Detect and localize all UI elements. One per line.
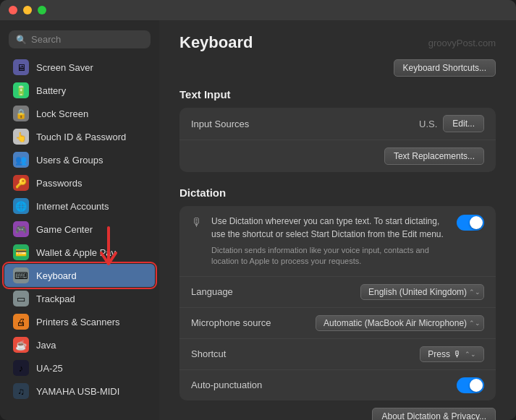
trackpad-icon: ▭: [13, 291, 29, 307]
keyboard-icon: ⌨: [13, 267, 29, 283]
sidebar-label-users-groups: Users & Groups: [36, 155, 103, 166]
dictation-toggle[interactable]: [457, 215, 484, 231]
shortcut-row: Shortcut Press 🎙 ⌃⌄: [179, 339, 496, 370]
sidebar-label-screen-saver: Screen Saver: [36, 62, 93, 73]
autopunct-label: Auto-punctuation: [191, 380, 457, 390]
passwords-icon: 🔑: [13, 175, 29, 191]
sidebar-item-trackpad[interactable]: ▭Trackpad: [4, 287, 155, 310]
sidebar-item-game-center[interactable]: 🎮Game Center: [4, 218, 155, 241]
shortcut-mic-icon: 🎙: [453, 349, 462, 359]
sidebar-label-keyboard: Keyboard: [36, 270, 77, 281]
touch-id-icon: 👆: [13, 129, 29, 145]
autopunct-row: Auto-punctuation: [179, 370, 496, 400]
input-sources-value: U.S.: [419, 119, 437, 129]
search-container: 🔍: [0, 26, 159, 56]
main-panel: Keyboard groovyPost.com Keyboard Shortcu…: [159, 20, 516, 420]
shortcut-label: Shortcut: [191, 348, 420, 359]
sidebar-item-battery[interactable]: 🔋Battery: [4, 79, 155, 102]
sidebar-label-game-center: Game Center: [36, 224, 93, 235]
keyboard-shortcuts-row: Keyboard Shortcuts...: [179, 59, 496, 77]
sidebar-label-touch-id: Touch ID & Password: [36, 132, 126, 142]
main-body: Keyboard Shortcuts... Text Input Input S…: [159, 59, 516, 420]
watermark: groovyPost.com: [428, 38, 496, 48]
dictation-main-text: Use Dictation wherever you can type text…: [211, 215, 448, 241]
sidebar-label-passwords: Passwords: [36, 178, 83, 189]
sidebar-item-touch-id[interactable]: 👆Touch ID & Password: [4, 125, 155, 148]
sidebar-item-java[interactable]: ☕Java: [4, 333, 155, 356]
keyboard-shortcuts-button[interactable]: Keyboard Shortcuts...: [394, 59, 496, 77]
wallet-icon: 💳: [13, 244, 29, 260]
sidebar-label-internet-accounts: Internet Accounts: [36, 201, 109, 212]
input-sources-label: Input Sources: [191, 119, 419, 129]
language-select-wrapper[interactable]: English (United Kingdom): [360, 284, 484, 300]
shortcut-press-text: Press: [428, 349, 450, 359]
language-select[interactable]: English (United Kingdom): [360, 284, 484, 300]
microphone-select-wrapper[interactable]: Automatic (MacBook Air Microphone): [316, 315, 484, 331]
main-window: 🔍 🖥Screen Saver🔋Battery🔒Lock Screen👆Touc…: [0, 0, 516, 420]
sidebar-item-ua25[interactable]: ♪UA-25: [4, 356, 155, 380]
sidebar-item-users-groups[interactable]: 👥Users & Groups: [4, 148, 155, 171]
search-box[interactable]: 🔍: [9, 30, 151, 48]
microphone-row: Microphone source Automatic (MacBook Air…: [179, 308, 496, 339]
shortcut-control[interactable]: Press 🎙 ⌃⌄: [420, 346, 484, 362]
content-area: 🔍 🖥Screen Saver🔋Battery🔒Lock Screen👆Touc…: [0, 20, 516, 420]
lock-screen-icon: 🔒: [13, 106, 29, 121]
about-dictation-row: About Dictation & Privacy...: [179, 400, 496, 420]
mic-icon: 🎙: [191, 216, 203, 229]
dictation-sub-text: Dictation sends information like your vo…: [211, 245, 448, 267]
text-input-title: Text Input: [179, 88, 496, 100]
microphone-select[interactable]: Automatic (MacBook Air Microphone): [316, 315, 484, 331]
ua25-icon: ♪: [13, 360, 29, 376]
screen-saver-icon: 🖥: [13, 59, 29, 75]
sidebar-item-internet-accounts[interactable]: 🌐Internet Accounts: [4, 194, 155, 218]
sidebar-item-printers[interactable]: 🖨Printers & Scanners: [4, 310, 155, 333]
sidebar-item-wallet[interactable]: 💳Wallet & Apple Pay: [4, 241, 155, 264]
text-input-section: Text Input Input Sources U.S. Edit... Te…: [179, 88, 496, 172]
sidebar-item-lock-screen[interactable]: 🔒Lock Screen: [4, 102, 155, 125]
maximize-button[interactable]: [38, 6, 46, 14]
internet-accounts-icon: 🌐: [13, 198, 29, 214]
sidebar-label-yamaha: YAMAHA USB-MIDI: [36, 386, 119, 397]
input-sources-row: Input Sources U.S. Edit...: [179, 108, 496, 140]
dictation-group: 🎙 Use Dictation wherever you can type te…: [179, 206, 496, 400]
users-groups-icon: 👥: [13, 152, 29, 168]
printers-icon: 🖨: [13, 314, 29, 330]
battery-icon: 🔋: [13, 82, 29, 98]
sidebar-item-keyboard[interactable]: ⌨Keyboard: [4, 264, 155, 287]
sidebar: 🔍 🖥Screen Saver🔋Battery🔒Lock Screen👆Touc…: [0, 20, 159, 420]
page-title: Keyboard: [179, 33, 253, 52]
sidebar-item-yamaha[interactable]: ♫YAMAHA USB-MIDI: [4, 380, 155, 403]
edit-button[interactable]: Edit...: [443, 115, 484, 132]
microphone-label: Microphone source: [191, 317, 316, 328]
sidebar-label-ua25: UA-25: [36, 363, 63, 374]
language-label: Language: [191, 286, 360, 297]
dictation-title: Dictation: [179, 187, 496, 199]
dictation-desc-row: 🎙 Use Dictation wherever you can type te…: [179, 206, 496, 277]
close-button[interactable]: [9, 6, 17, 14]
yamaha-icon: ♫: [13, 383, 29, 399]
sidebar-item-screen-saver[interactable]: 🖥Screen Saver: [4, 56, 155, 79]
titlebar: [0, 0, 516, 20]
sidebar-label-java: Java: [36, 340, 56, 351]
java-icon: ☕: [13, 337, 29, 353]
language-row: Language English (United Kingdom): [179, 277, 496, 308]
dictation-section: Dictation 🎙 Use Dictation wherever you c…: [179, 187, 496, 420]
sidebar-label-trackpad: Trackpad: [36, 293, 75, 304]
shortcut-arrows: ⌃⌄: [465, 351, 476, 358]
main-header: Keyboard groovyPost.com: [159, 20, 516, 59]
text-replacements-row: Text Replacements...: [179, 140, 496, 172]
sidebar-label-printers: Printers & Scanners: [36, 317, 120, 327]
text-input-group: Input Sources U.S. Edit... Text Replacem…: [179, 108, 496, 172]
sidebar-label-lock-screen: Lock Screen: [36, 108, 88, 119]
sidebar-label-wallet: Wallet & Apple Pay: [36, 247, 116, 258]
sidebar-items-container: 🖥Screen Saver🔋Battery🔒Lock Screen👆Touch …: [0, 56, 159, 403]
dictation-text-block: Use Dictation wherever you can type text…: [211, 215, 448, 267]
sidebar-item-passwords[interactable]: 🔑Passwords: [4, 171, 155, 194]
game-center-icon: 🎮: [13, 221, 29, 237]
text-replacements-button[interactable]: Text Replacements...: [384, 147, 484, 165]
minimize-button[interactable]: [23, 6, 32, 14]
about-dictation-button[interactable]: About Dictation & Privacy...: [372, 408, 496, 420]
autopunct-toggle[interactable]: [457, 377, 484, 393]
search-input[interactable]: [31, 34, 143, 45]
search-icon: 🔍: [16, 35, 27, 45]
